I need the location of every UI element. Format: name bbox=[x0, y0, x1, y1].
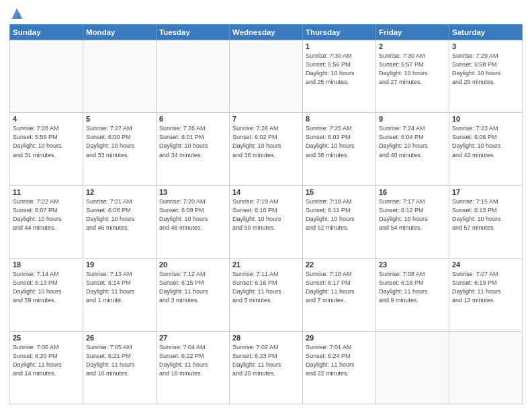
weekday-header-row: SundayMondayTuesdayWednesdayThursdayFrid… bbox=[10, 25, 523, 40]
day-info: Sunrise: 7:14 AM Sunset: 6:13 PM Dayligh… bbox=[13, 270, 80, 305]
calendar-cell bbox=[449, 331, 523, 404]
day-number: 25 bbox=[13, 334, 80, 342]
calendar-cell: 19Sunrise: 7:13 AM Sunset: 6:14 PM Dayli… bbox=[83, 259, 157, 331]
header bbox=[9, 7, 523, 20]
logo bbox=[9, 8, 23, 20]
calendar-cell: 20Sunrise: 7:12 AM Sunset: 6:15 PM Dayli… bbox=[157, 259, 230, 331]
day-number: 9 bbox=[379, 115, 446, 123]
logo-icon bbox=[11, 7, 23, 20]
day-info: Sunrise: 7:21 AM Sunset: 6:08 PM Dayligh… bbox=[86, 197, 153, 232]
calendar-cell bbox=[157, 40, 230, 113]
day-number: 14 bbox=[232, 188, 300, 196]
day-info: Sunrise: 7:01 AM Sunset: 6:24 PM Dayligh… bbox=[306, 343, 373, 378]
calendar-cell: 27Sunrise: 7:04 AM Sunset: 6:22 PM Dayli… bbox=[157, 331, 230, 404]
day-number: 27 bbox=[159, 334, 226, 342]
calendar-cell: 26Sunrise: 7:05 AM Sunset: 6:21 PM Dayli… bbox=[83, 331, 157, 404]
calendar-cell: 25Sunrise: 7:06 AM Sunset: 6:20 PM Dayli… bbox=[10, 331, 83, 404]
day-number: 28 bbox=[232, 334, 300, 342]
day-number: 16 bbox=[379, 188, 446, 196]
day-number: 21 bbox=[232, 261, 300, 269]
weekday-wednesday: Wednesday bbox=[230, 25, 303, 40]
calendar-cell: 13Sunrise: 7:20 AM Sunset: 6:09 PM Dayli… bbox=[157, 185, 230, 258]
week-row-4: 18Sunrise: 7:14 AM Sunset: 6:13 PM Dayli… bbox=[10, 259, 523, 331]
day-number: 17 bbox=[452, 188, 519, 196]
calendar-cell: 10Sunrise: 7:23 AM Sunset: 6:06 PM Dayli… bbox=[449, 113, 523, 185]
day-number: 2 bbox=[379, 42, 446, 50]
week-row-2: 4Sunrise: 7:28 AM Sunset: 5:59 PM Daylig… bbox=[10, 113, 523, 185]
day-number: 23 bbox=[379, 261, 446, 269]
day-info: Sunrise: 7:17 AM Sunset: 6:12 PM Dayligh… bbox=[379, 197, 446, 232]
calendar-cell bbox=[10, 40, 83, 113]
day-info: Sunrise: 7:19 AM Sunset: 6:10 PM Dayligh… bbox=[232, 197, 300, 232]
calendar-cell: 8Sunrise: 7:25 AM Sunset: 6:03 PM Daylig… bbox=[303, 113, 376, 185]
calendar-cell: 12Sunrise: 7:21 AM Sunset: 6:08 PM Dayli… bbox=[83, 185, 157, 258]
calendar-cell: 15Sunrise: 7:18 AM Sunset: 6:11 PM Dayli… bbox=[303, 185, 376, 258]
day-number: 3 bbox=[452, 42, 519, 50]
calendar-cell: 28Sunrise: 7:02 AM Sunset: 6:23 PM Dayli… bbox=[230, 331, 303, 404]
day-number: 18 bbox=[13, 261, 80, 269]
day-number: 5 bbox=[86, 115, 153, 123]
calendar-cell bbox=[376, 331, 449, 404]
day-number: 6 bbox=[159, 115, 226, 123]
calendar-cell: 3Sunrise: 7:29 AM Sunset: 5:58 PM Daylig… bbox=[449, 40, 523, 113]
calendar-cell: 29Sunrise: 7:01 AM Sunset: 6:24 PM Dayli… bbox=[303, 331, 376, 404]
weekday-thursday: Thursday bbox=[303, 25, 376, 40]
day-info: Sunrise: 7:15 AM Sunset: 6:13 PM Dayligh… bbox=[452, 197, 519, 232]
day-info: Sunrise: 7:25 AM Sunset: 6:03 PM Dayligh… bbox=[306, 124, 373, 159]
calendar-cell: 2Sunrise: 7:30 AM Sunset: 5:57 PM Daylig… bbox=[376, 40, 449, 113]
day-info: Sunrise: 7:07 AM Sunset: 6:19 PM Dayligh… bbox=[452, 270, 519, 305]
calendar-cell: 21Sunrise: 7:11 AM Sunset: 6:16 PM Dayli… bbox=[230, 259, 303, 331]
day-number: 11 bbox=[13, 188, 80, 196]
day-info: Sunrise: 7:02 AM Sunset: 6:23 PM Dayligh… bbox=[232, 343, 300, 378]
day-info: Sunrise: 7:24 AM Sunset: 6:04 PM Dayligh… bbox=[379, 124, 446, 159]
day-number: 10 bbox=[452, 115, 519, 123]
day-info: Sunrise: 7:28 AM Sunset: 5:59 PM Dayligh… bbox=[13, 124, 80, 159]
calendar-cell: 4Sunrise: 7:28 AM Sunset: 5:59 PM Daylig… bbox=[10, 113, 83, 185]
day-number: 20 bbox=[159, 261, 226, 269]
weekday-saturday: Saturday bbox=[449, 25, 523, 40]
calendar-cell: 17Sunrise: 7:15 AM Sunset: 6:13 PM Dayli… bbox=[449, 185, 523, 258]
day-info: Sunrise: 7:23 AM Sunset: 6:06 PM Dayligh… bbox=[452, 124, 519, 159]
week-row-3: 11Sunrise: 7:22 AM Sunset: 6:07 PM Dayli… bbox=[10, 185, 523, 258]
day-info: Sunrise: 7:26 AM Sunset: 6:01 PM Dayligh… bbox=[159, 124, 226, 159]
calendar-cell: 18Sunrise: 7:14 AM Sunset: 6:13 PM Dayli… bbox=[10, 259, 83, 331]
page: SundayMondayTuesdayWednesdayThursdayFrid… bbox=[0, 0, 532, 411]
calendar-cell: 5Sunrise: 7:27 AM Sunset: 6:00 PM Daylig… bbox=[83, 113, 157, 185]
day-info: Sunrise: 7:06 AM Sunset: 6:20 PM Dayligh… bbox=[13, 343, 80, 378]
day-info: Sunrise: 7:13 AM Sunset: 6:14 PM Dayligh… bbox=[86, 270, 153, 305]
calendar-cell bbox=[230, 40, 303, 113]
calendar-cell: 1Sunrise: 7:30 AM Sunset: 5:56 PM Daylig… bbox=[303, 40, 376, 113]
calendar-cell: 23Sunrise: 7:08 AM Sunset: 6:18 PM Dayli… bbox=[376, 259, 449, 331]
day-number: 22 bbox=[306, 261, 373, 269]
day-number: 15 bbox=[306, 188, 373, 196]
weekday-monday: Monday bbox=[83, 25, 157, 40]
calendar-cell: 9Sunrise: 7:24 AM Sunset: 6:04 PM Daylig… bbox=[376, 113, 449, 185]
calendar-cell: 7Sunrise: 7:26 AM Sunset: 6:02 PM Daylig… bbox=[230, 113, 303, 185]
day-number: 24 bbox=[452, 261, 519, 269]
calendar-cell: 6Sunrise: 7:26 AM Sunset: 6:01 PM Daylig… bbox=[157, 113, 230, 185]
day-info: Sunrise: 7:04 AM Sunset: 6:22 PM Dayligh… bbox=[159, 343, 226, 378]
calendar-cell: 14Sunrise: 7:19 AM Sunset: 6:10 PM Dayli… bbox=[230, 185, 303, 258]
week-row-5: 25Sunrise: 7:06 AM Sunset: 6:20 PM Dayli… bbox=[10, 331, 523, 404]
calendar-cell bbox=[83, 40, 157, 113]
day-info: Sunrise: 7:29 AM Sunset: 5:58 PM Dayligh… bbox=[452, 52, 519, 87]
day-number: 8 bbox=[306, 115, 373, 123]
day-info: Sunrise: 7:20 AM Sunset: 6:09 PM Dayligh… bbox=[159, 197, 226, 232]
day-number: 12 bbox=[86, 188, 153, 196]
day-info: Sunrise: 7:10 AM Sunset: 6:17 PM Dayligh… bbox=[306, 270, 373, 305]
calendar-cell: 22Sunrise: 7:10 AM Sunset: 6:17 PM Dayli… bbox=[303, 259, 376, 331]
day-number: 7 bbox=[232, 115, 300, 123]
day-info: Sunrise: 7:27 AM Sunset: 6:00 PM Dayligh… bbox=[86, 124, 153, 159]
day-number: 13 bbox=[159, 188, 226, 196]
calendar-cell: 24Sunrise: 7:07 AM Sunset: 6:19 PM Dayli… bbox=[449, 259, 523, 331]
day-info: Sunrise: 7:05 AM Sunset: 6:21 PM Dayligh… bbox=[86, 343, 153, 378]
weekday-friday: Friday bbox=[376, 25, 449, 40]
day-info: Sunrise: 7:30 AM Sunset: 5:57 PM Dayligh… bbox=[379, 52, 446, 87]
calendar-cell: 16Sunrise: 7:17 AM Sunset: 6:12 PM Dayli… bbox=[376, 185, 449, 258]
day-number: 26 bbox=[86, 334, 153, 342]
day-number: 4 bbox=[13, 115, 80, 123]
weekday-tuesday: Tuesday bbox=[157, 25, 230, 40]
day-info: Sunrise: 7:26 AM Sunset: 6:02 PM Dayligh… bbox=[232, 124, 300, 159]
day-number: 1 bbox=[306, 42, 373, 50]
weekday-sunday: Sunday bbox=[10, 25, 83, 40]
